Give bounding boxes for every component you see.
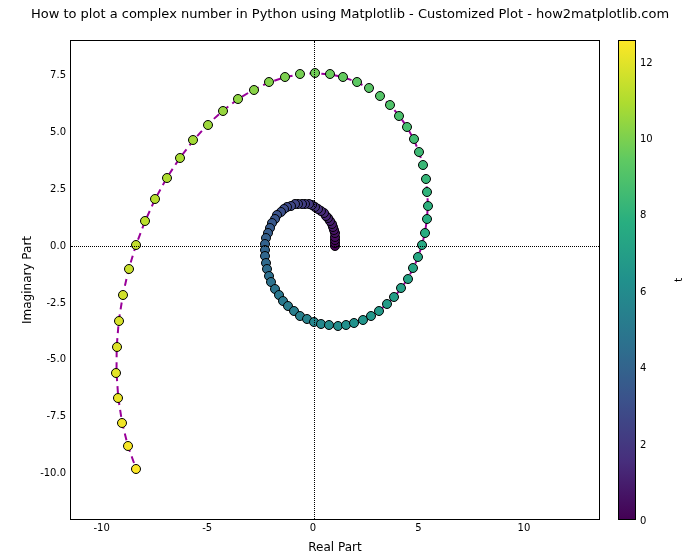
data-point xyxy=(422,214,432,224)
xtick-label: 5 xyxy=(415,522,421,533)
ytick-label: 5.0 xyxy=(40,125,66,136)
data-point xyxy=(403,274,413,284)
chart-title: How to plot a complex number in Python u… xyxy=(0,6,700,21)
ytick-label: -5.0 xyxy=(40,353,66,364)
xtick-label: -5 xyxy=(202,522,212,533)
plot-area xyxy=(70,40,600,520)
data-point xyxy=(418,160,428,170)
colorbar-label: t xyxy=(672,40,685,520)
ytick-label: -10.0 xyxy=(40,467,66,478)
data-point xyxy=(409,134,419,144)
data-point xyxy=(389,292,399,302)
colorbar-tick-label: 8 xyxy=(640,209,646,220)
data-point xyxy=(249,85,259,95)
data-point xyxy=(385,100,395,110)
ytick-label: -7.5 xyxy=(40,410,66,421)
data-point xyxy=(117,418,127,428)
data-point xyxy=(218,106,228,116)
ytick-label: 2.5 xyxy=(40,182,66,193)
data-point xyxy=(112,342,122,352)
data-point xyxy=(421,174,431,184)
ytick-label: -2.5 xyxy=(40,296,66,307)
colorbar-tick-label: 4 xyxy=(640,362,646,373)
data-point xyxy=(113,393,123,403)
grid-y-zero xyxy=(71,246,599,247)
data-point xyxy=(402,122,412,132)
data-point xyxy=(364,83,374,93)
colorbar-tick-label: 10 xyxy=(640,133,653,144)
data-point xyxy=(264,77,274,87)
colorbar-tick-label: 2 xyxy=(640,438,646,449)
colorbar xyxy=(618,40,636,520)
data-point xyxy=(233,94,243,104)
data-point xyxy=(124,264,134,274)
data-point xyxy=(131,464,141,474)
data-point xyxy=(188,135,198,145)
spiral-curve xyxy=(71,41,601,521)
data-point xyxy=(150,194,160,204)
ytick-label: 7.5 xyxy=(40,69,66,80)
data-point xyxy=(295,69,305,79)
y-axis-label: Imaginary Part xyxy=(20,40,34,520)
data-point xyxy=(140,216,150,226)
data-point xyxy=(375,91,385,101)
colorbar-tick-label: 0 xyxy=(640,515,646,526)
data-point xyxy=(338,72,348,82)
data-point xyxy=(394,111,404,121)
data-point xyxy=(111,368,121,378)
data-point xyxy=(118,290,128,300)
data-point xyxy=(422,187,432,197)
ytick-label: 0.0 xyxy=(40,239,66,250)
data-point xyxy=(414,147,424,157)
data-point xyxy=(123,441,133,451)
data-point xyxy=(408,263,418,273)
data-point xyxy=(396,283,406,293)
xtick-label: -10 xyxy=(94,522,110,533)
grid-x-zero xyxy=(314,41,315,519)
data-point xyxy=(413,252,423,262)
data-point xyxy=(423,201,433,211)
colorbar-tick-label: 6 xyxy=(640,285,646,296)
data-point xyxy=(114,316,124,326)
data-point xyxy=(325,69,335,79)
colorbar-tick-label: 12 xyxy=(640,56,653,67)
xtick-label: 10 xyxy=(518,522,531,533)
data-point xyxy=(162,173,172,183)
data-point xyxy=(352,77,362,87)
data-point xyxy=(175,153,185,163)
data-point xyxy=(280,72,290,82)
data-point xyxy=(420,228,430,238)
data-point xyxy=(310,68,320,78)
xtick-label: 0 xyxy=(310,522,316,533)
x-axis-label: Real Part xyxy=(70,540,600,554)
data-point xyxy=(203,120,213,130)
